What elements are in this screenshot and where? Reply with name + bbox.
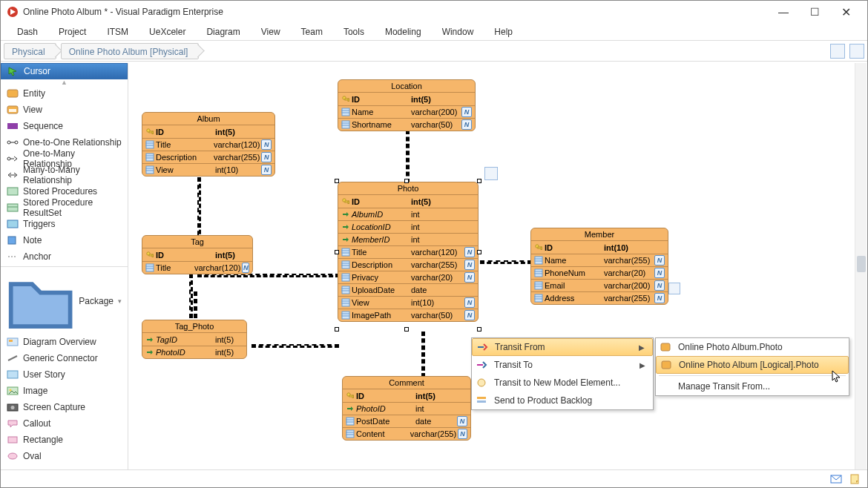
column-row[interactable]: IDint(5): [142, 248, 252, 261]
column-row[interactable]: IDint(10): [531, 241, 668, 254]
menu-tools[interactable]: Tools: [333, 24, 375, 39]
column-row[interactable]: Namevarchar(255)N: [531, 254, 668, 266]
breadcrumb-bar: Physical Online Photo Album [Physical]: [1, 41, 867, 62]
column-row[interactable]: IDint(5): [338, 93, 475, 105]
entity-location[interactable]: Location IDint(5)Namevarchar(200)NShortn…: [338, 79, 476, 131]
mail-icon[interactable]: [830, 473, 842, 485]
column-row[interactable]: Titlevarchar(120)N: [338, 245, 478, 258]
entity-tag[interactable]: Tag IDint(5)Titlevarchar(120)N: [142, 235, 253, 274]
palette-note[interactable]: Note: [1, 232, 128, 248]
column-row[interactable]: Contentvarchar(255)N: [343, 427, 470, 440]
palette-user-story[interactable]: User Story: [1, 366, 128, 383]
ctx-transit-from[interactable]: Transit From▶: [472, 338, 653, 356]
menu-diagram[interactable]: Diagram: [196, 24, 250, 39]
column-row[interactable]: PhotoIDint: [343, 402, 470, 415]
menu-itsm[interactable]: ITSM: [96, 24, 139, 39]
close-button[interactable]: ✕: [830, 1, 861, 22]
menu-dash[interactable]: Dash: [7, 24, 48, 39]
column-row[interactable]: PhotoIDint(5): [142, 346, 246, 358]
column-row[interactable]: Viewint(10)N: [338, 296, 478, 309]
palette-collapse-icon[interactable]: ▲: [1, 79, 128, 85]
palette-rectangle[interactable]: Rectangle: [1, 432, 128, 448]
breadcrumb-physical[interactable]: Physical: [4, 43, 56, 59]
ctx-target-logical-photo[interactable]: Online Photo Album [Logical].Photo: [656, 356, 849, 374]
ctx-target-photo[interactable]: Online Photo Album.Photo: [656, 338, 849, 356]
column-row[interactable]: IDint(5): [142, 125, 274, 138]
column-row[interactable]: IDint(5): [343, 389, 470, 402]
column-row[interactable]: LocationIDint: [338, 220, 478, 233]
column-row[interactable]: Shortnamevarchar(50)N: [338, 118, 475, 131]
note-icon[interactable]: [849, 473, 861, 485]
ctx-transit-new[interactable]: Transit to New Model Element...: [472, 374, 653, 392]
maximize-button[interactable]: ☐: [799, 1, 830, 22]
column-row[interactable]: PhoneNumvarchar(20)N: [531, 266, 668, 279]
scrollbar-thumb[interactable]: [857, 256, 866, 272]
selection-handle[interactable]: [335, 327, 339, 332]
column-row[interactable]: Namevarchar(200)N: [338, 105, 475, 118]
palette-view[interactable]: View: [1, 102, 128, 118]
nullable-icon: N: [461, 107, 472, 117]
ctx-send-backlog[interactable]: Send to Product Backlog: [472, 392, 653, 409]
palette-image[interactable]: Image: [1, 383, 128, 399]
column-row[interactable]: AlbumIDint: [338, 208, 478, 220]
column-row[interactable]: ImagePathvarchar(50)N: [338, 309, 478, 321]
column-row[interactable]: Titlevarchar(120)N: [142, 261, 252, 274]
menu-modeling[interactable]: Modeling: [375, 24, 432, 39]
palette-many-to-many-relationship[interactable]: Many-to-Many Relationship: [1, 167, 128, 183]
column-row[interactable]: Titlevarchar(120)N: [142, 138, 274, 151]
menu-help[interactable]: Help: [484, 24, 523, 39]
column-row[interactable]: IDint(5): [338, 195, 478, 208]
column-row[interactable]: Viewint(10)N: [142, 163, 274, 176]
entity-album[interactable]: Album IDint(5)Titlevarchar(120)NDescript…: [142, 112, 275, 177]
column-row[interactable]: MemberIDint: [338, 233, 478, 245]
svg-rect-105: [851, 475, 858, 484]
entity-photo[interactable]: Photo IDint(5)AlbumIDintLocationIDintMem…: [338, 182, 479, 322]
column-row[interactable]: Descriptionvarchar(255)N: [338, 258, 478, 271]
palette-screen-capture[interactable]: Screen Capture: [1, 399, 128, 415]
diagram-canvas[interactable]: Album IDint(5)Titlevarchar(120)NDescript…: [128, 63, 867, 469]
breadcrumb-diagram[interactable]: Online Photo Album [Physical]: [61, 43, 200, 59]
palette-callout[interactable]: Callout: [1, 415, 128, 432]
menu-view[interactable]: View: [251, 24, 291, 39]
column-row[interactable]: Addressvarchar(255)N: [531, 291, 668, 304]
menu-team[interactable]: Team: [291, 24, 333, 39]
reference-icon[interactable]: [484, 167, 498, 180]
palette-entity[interactable]: Entity: [1, 85, 128, 102]
entity-comment[interactable]: Comment IDint(5)PhotoIDintPostDatedateNC…: [342, 376, 471, 441]
selection-handle[interactable]: [335, 179, 339, 183]
minimize-button[interactable]: —: [768, 1, 799, 22]
palette-anchor[interactable]: Anchor: [1, 248, 128, 265]
menu-project[interactable]: Project: [48, 24, 96, 39]
palette-triggers[interactable]: Triggers: [1, 216, 128, 232]
selection-handle[interactable]: [404, 327, 409, 332]
column-badge-icon[interactable]: [668, 283, 680, 294]
column-row[interactable]: Descriptionvarchar(255)N: [142, 151, 274, 163]
palette-diagram-overview[interactable]: Diagram Overview: [1, 334, 128, 350]
column-row[interactable]: Emailvarchar(200)N: [531, 279, 668, 291]
ctx-manage-transit-from[interactable]: Manage Transit From...: [656, 377, 849, 395]
ctx-transit-to[interactable]: Transit To▶: [472, 356, 653, 374]
palette-generic-connector[interactable]: Generic Connector: [1, 350, 128, 366]
svg-line-19: [8, 356, 17, 360]
entity-tag-photo[interactable]: Tag_Photo TagIDint(5)PhotoIDint(5): [142, 320, 247, 359]
column-row[interactable]: UploadDatedate: [338, 283, 478, 296]
selection-handle[interactable]: [477, 327, 481, 332]
selection-handle[interactable]: [477, 250, 481, 254]
toolbar-btn-2[interactable]: [849, 44, 864, 59]
vertical-scrollbar[interactable]: [855, 63, 867, 469]
palette-stored-procedure-resultset[interactable]: Stored Procedure ResultSet: [1, 200, 128, 216]
column-row[interactable]: Privacyvarchar(20)N: [338, 271, 478, 283]
selection-handle[interactable]: [477, 179, 481, 183]
palette-sequence[interactable]: Sequence: [1, 118, 128, 134]
selection-handle[interactable]: [404, 179, 409, 183]
column-row[interactable]: PostDatedateN: [343, 415, 470, 427]
palette-cursor[interactable]: Cursor: [1, 63, 128, 79]
column-row[interactable]: TagIDint(5): [142, 333, 246, 346]
menu-uexceler[interactable]: UeXceler: [139, 24, 196, 39]
entity-member[interactable]: Member IDint(10)Namevarchar(255)NPhoneNu…: [530, 228, 668, 305]
menu-window[interactable]: Window: [432, 24, 484, 39]
palette-oval[interactable]: Oval: [1, 448, 128, 464]
toolbar-btn-1[interactable]: [830, 44, 845, 59]
selection-handle[interactable]: [335, 250, 339, 254]
palette-group-package[interactable]: Package ▾: [1, 268, 128, 334]
